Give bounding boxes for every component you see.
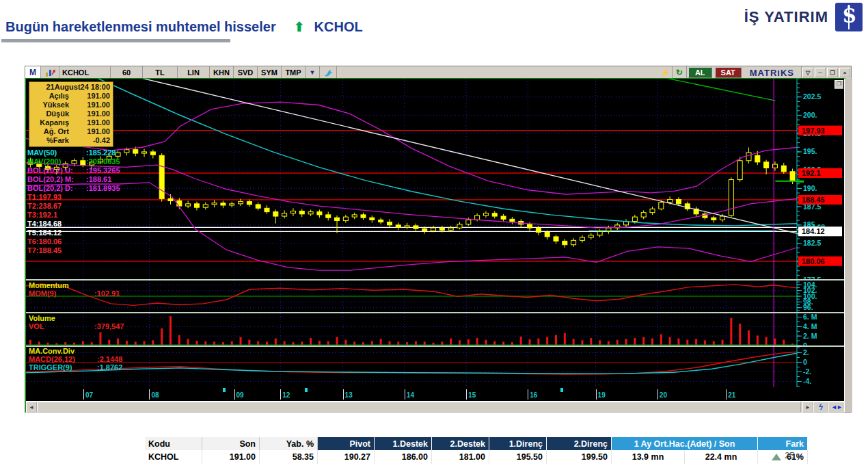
page-title-row: Bugün hareketlenmesi muhtemel hisseler⬆K… [5,19,363,35]
table-row: KCHOL191.0058.35190.27186.00181.00195.50… [145,450,808,464]
volume-bar [573,339,575,345]
vertical-scrollbar[interactable] [844,79,852,412]
candle-up [668,199,673,202]
candle-down [676,199,681,203]
candle-up [212,203,217,205]
candle-up [466,220,471,224]
momentum-canvas[interactable]: 104.102.100.98.96. [26,280,845,312]
volume-bar [371,341,373,345]
candle-down [396,225,401,227]
volume-bar [275,339,277,345]
scrollbar-thumb[interactable] [37,402,801,413]
macd-panel[interactable]: 2.0-2.-4. [26,347,845,387]
candle-down [247,202,252,205]
volume-panel[interactable]: 6. M4. M2. M0 [26,313,845,345]
inner-restore-button[interactable]: ❐ [835,80,843,89]
chart-type-icon[interactable] [41,66,59,79]
price-panel[interactable]: 202.5200.197.5195.192.5190.187.5185.182.… [26,79,845,279]
sym-button[interactable]: SYM [258,66,282,79]
axis-tick-label: 2. [803,348,809,356]
panel-bg [26,79,845,279]
matriks-brand: MATRiKS [743,66,802,79]
window-minimize-button[interactable]: ─ [815,68,826,77]
volume-bar [99,332,101,345]
candle-up [431,228,436,231]
volume-bar [284,341,286,345]
date-label: 13 [345,391,353,399]
candle-up [606,228,611,231]
candle-up [405,226,409,227]
volume-bar [82,341,84,345]
info-value: 191.00 [87,127,110,136]
is-bank-logo-icon: S [835,3,863,31]
momentum-panel[interactable]: 104.102.100.98.96. [26,280,845,312]
candle-down [299,211,304,214]
table-cell: 61% [758,450,808,464]
candle-down [545,233,550,237]
volume-bar [520,337,522,345]
volume-canvas[interactable]: 6. M4. M2. M0 [26,313,845,345]
khn-button[interactable]: KHN [210,66,234,79]
svd-button[interactable]: SVD [234,66,258,79]
candle-up [483,213,488,216]
candle-up [650,209,655,212]
price-chart-canvas[interactable]: 202.5200.197.5195.192.5190.187.5185.182.… [26,79,845,279]
matriks-s-icon[interactable]: ϟ [813,402,828,413]
candle-down [790,172,795,181]
page-title-symbol: KCHOL [314,19,363,34]
candle-up [352,215,357,217]
window-dropdown-button[interactable]: ▽ [802,68,813,77]
indicator-label: MAV(200):202.0035 [27,157,120,166]
flash-icon[interactable]: ⚡ [658,66,673,79]
date-label: 21 [728,391,735,399]
volume-bar [222,342,224,345]
date-label: 15 [468,391,476,399]
symbol-field[interactable]: KCHOL [59,66,111,79]
pan-arrows-icon[interactable]: ◄► [828,402,845,413]
title-underline [1,39,230,42]
volume-bar [380,339,382,345]
currency-field[interactable]: TL [143,66,178,79]
buy-button[interactable]: AL [688,67,712,78]
table-cell: 191.00 [202,450,260,464]
candle-up [448,228,453,230]
tmp-button[interactable]: TMP [282,66,306,79]
candle-up [124,150,129,153]
matriks-m-icon[interactable]: M [25,66,41,79]
chevron-down-icon[interactable]: ▼ [306,66,320,79]
volume-bar [695,339,697,345]
volume-bar [450,339,452,345]
indicator-label: BOL(20,2) M::188.61 [27,175,120,184]
candle-down [439,228,444,230]
volume-bar [625,339,627,345]
macd-title: MA.Conv.Div [29,347,74,355]
sell-button[interactable]: SAT [715,67,742,78]
volume-bar [748,330,750,345]
volume-bar [29,340,31,345]
volume-bar [765,337,768,345]
scroll-left-button[interactable]: ◄ [26,402,37,413]
table-header-cell: Kodu [145,437,202,450]
table-header-cell: Son [202,437,260,450]
macd-canvas[interactable]: 2.0-2.-4. [26,347,845,387]
period-field[interactable]: 60 [111,66,143,79]
candle-up [659,203,664,209]
axis-tick-label: -2. [803,367,811,376]
candle-down [510,219,515,221]
scroll-right-button[interactable]: ► [802,402,813,413]
momentum-value: :102.91 [94,289,120,298]
candle-down [133,150,138,153]
window-close-button[interactable]: × [839,68,850,77]
date-tick [343,389,344,400]
twitter-icon[interactable] [320,66,337,79]
scale-button[interactable]: LIN [178,66,210,79]
refresh-icon[interactable]: ↻ [673,66,687,79]
window-restore-button[interactable]: ❐ [827,68,838,77]
candle-down [764,162,769,168]
candle-down [554,237,558,241]
candle-down [221,203,226,205]
horizontal-scrollbar[interactable]: ◄ ► ϟ ◄► [26,401,845,413]
volume-bar [424,341,426,345]
volume-bar [757,335,759,345]
volume-bar [135,341,137,345]
